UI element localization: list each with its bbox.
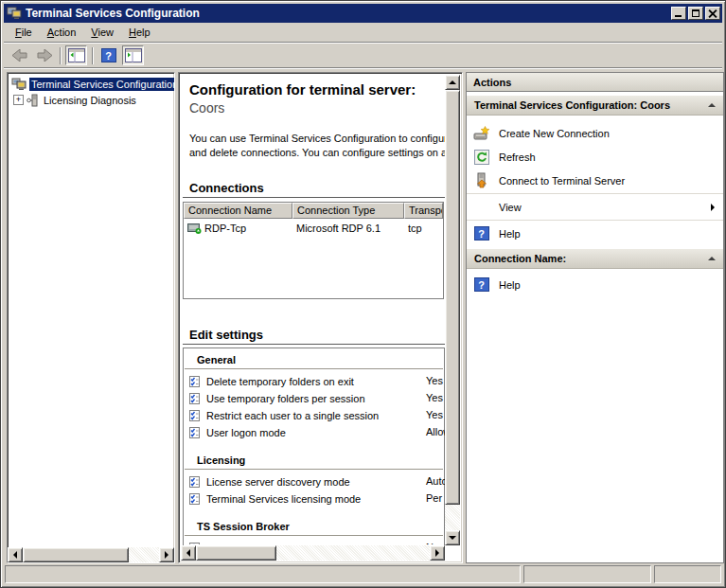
setting-icon — [188, 426, 201, 439]
connection-type-cell: Microsoft RDP 6.1 — [296, 223, 381, 234]
column-connection-type[interactable]: Connection Type — [292, 203, 404, 219]
action-refresh[interactable]: Refresh — [467, 145, 723, 169]
setting-value: Per U — [426, 492, 447, 504]
results-hscroll-left-arrow[interactable] — [181, 545, 196, 561]
console-tree: Terminal Services Configuration: + Licen… — [8, 73, 174, 108]
clipped-setting-row: Member of farm in TS Session Broker No — [184, 540, 444, 544]
forward-button[interactable] — [33, 45, 55, 65]
collapse-icon[interactable] — [708, 257, 716, 260]
connections-table-header: Connection Name Connection Type Transpor… — [184, 203, 443, 219]
setting-label: Member of farm in TS Session Broker — [206, 543, 381, 544]
column-connection-name[interactable]: Connection Name — [184, 203, 292, 219]
connections-table: Connection Name Connection Type Transpor… — [183, 202, 444, 299]
tree-hscroll-thumb[interactable] — [23, 547, 129, 562]
divider — [185, 535, 443, 536]
setting-row[interactable]: License server discovery mode Autor — [184, 473, 444, 490]
setting-row[interactable]: Delete temporary folders on exit Yes — [184, 373, 444, 390]
show-action-pane-button[interactable] — [122, 45, 144, 65]
results-hscroll-thumb[interactable] — [196, 545, 276, 561]
results-vscroll-thumb[interactable] — [445, 90, 460, 505]
edit-settings-box: General Delete temporary folders on exit… — [183, 347, 445, 545]
help-icon: ? — [473, 226, 489, 241]
setting-row[interactable]: User logon mode Allow — [184, 424, 444, 441]
back-button[interactable] — [9, 45, 30, 65]
results-content: Configuration for terminal server: Coors… — [181, 75, 447, 545]
description-line: and delete connections. You can configur… — [189, 146, 447, 160]
setting-row[interactable]: Restrict each user to a single session Y… — [184, 407, 444, 424]
maximize-icon — [692, 9, 699, 17]
minimize-icon — [675, 15, 682, 17]
results-vscroll-up-arrow[interactable] — [445, 75, 460, 90]
action-label: Help — [499, 279, 521, 291]
help-icon: ? — [101, 48, 116, 62]
expand-icon[interactable]: + — [13, 95, 24, 105]
show-console-tree-icon — [68, 48, 85, 62]
collapse-icon[interactable] — [708, 103, 716, 107]
app-icon — [7, 7, 22, 20]
menu-action[interactable]: Action — [40, 24, 84, 41]
action-help-2[interactable]: ? Help — [467, 273, 723, 296]
submenu-arrow-icon — [711, 204, 715, 211]
action-view[interactable]: View — [467, 195, 723, 219]
status-cell — [523, 565, 651, 583]
setting-value: Allow — [426, 426, 447, 437]
setting-row[interactable]: Use temporary folders per session Yes — [184, 390, 444, 407]
tree-node-licensing[interactable]: + Licensing Diagnosis — [8, 92, 174, 108]
setting-icon — [188, 375, 201, 388]
status-cell — [5, 565, 521, 583]
maximize-button[interactable] — [688, 7, 703, 20]
column-transport[interactable]: Transport — [404, 203, 443, 219]
group-licensing: Licensing — [197, 454, 444, 466]
page-title: Configuration for terminal server: — [189, 81, 447, 98]
connections-table-body: RDP-Tcp Microsoft RDP 6.1 tcp — [184, 219, 443, 298]
help-button[interactable]: ? — [97, 45, 119, 65]
menu-bar: File Action View Help — [4, 23, 722, 43]
app-window: Terminal Services Configuration File Act… — [0, 0, 726, 588]
actions-section-label: Connection Name: — [474, 253, 566, 264]
results-vscroll-down-arrow[interactable] — [445, 530, 460, 545]
results-panel: Configuration for terminal server: Coors… — [178, 72, 463, 563]
results-hscroll-right-arrow[interactable] — [430, 545, 445, 561]
setting-row[interactable]: Terminal Services licensing mode Per U — [184, 490, 444, 508]
console-tree-panel: Terminal Services Configuration: + Licen… — [7, 72, 175, 563]
actions-pane: Actions Terminal Services Configuration:… — [466, 72, 724, 563]
tree-hscroll-right-arrow[interactable] — [159, 547, 174, 562]
actions-section-header-tsc[interactable]: Terminal Services Configuration: Coors — [467, 95, 723, 116]
title-bar: Terminal Services Configuration — [4, 4, 722, 23]
server-icon — [27, 94, 38, 107]
action-label: View — [499, 202, 522, 213]
setting-row[interactable]: Member of farm in TS Session Broker No — [184, 540, 444, 544]
setting-icon — [188, 409, 201, 422]
minimize-button[interactable] — [671, 7, 686, 20]
action-create-new-connection[interactable]: Create New Connection — [467, 121, 723, 145]
connection-row[interactable]: RDP-Tcp Microsoft RDP 6.1 tcp — [184, 219, 443, 236]
setting-value: Yes — [426, 409, 443, 420]
setting-label: User logon mode — [206, 427, 286, 438]
setting-icon — [188, 475, 201, 489]
close-button[interactable] — [705, 7, 720, 20]
menu-help[interactable]: Help — [121, 24, 158, 41]
tree-hscroll-left-arrow[interactable] — [8, 547, 23, 562]
setting-label: Terminal Services licensing mode — [206, 493, 361, 505]
action-help-1[interactable]: ? Help — [467, 222, 723, 245]
connections-title: Connections — [189, 181, 447, 195]
actions-section-header-connection[interactable]: Connection Name: — [467, 248, 723, 269]
close-icon — [708, 9, 717, 18]
menu-view[interactable]: View — [83, 24, 121, 41]
help-icon: ? — [473, 277, 489, 293]
group-general: General — [197, 354, 444, 365]
terminal-services-icon — [11, 78, 27, 91]
action-connect-to-terminal-server[interactable]: Connect to Terminal Server — [467, 169, 723, 192]
menu-file[interactable]: File — [8, 24, 40, 41]
show-console-tree-button[interactable] — [65, 45, 87, 65]
setting-label: Restrict each user to a single session — [206, 410, 379, 421]
setting-icon — [188, 542, 201, 544]
main-area: Terminal Services Configuration: + Licen… — [4, 69, 722, 563]
divider — [185, 469, 443, 470]
tree-node-root[interactable]: Terminal Services Configuration: — [8, 76, 174, 92]
divider — [467, 193, 723, 194]
actions-section-label: Terminal Services Configuration: Coors — [474, 99, 670, 111]
back-icon — [12, 49, 27, 62]
group-ts-session-broker: TS Session Broker — [197, 521, 444, 532]
setting-label: License server discovery mode — [206, 476, 350, 488]
